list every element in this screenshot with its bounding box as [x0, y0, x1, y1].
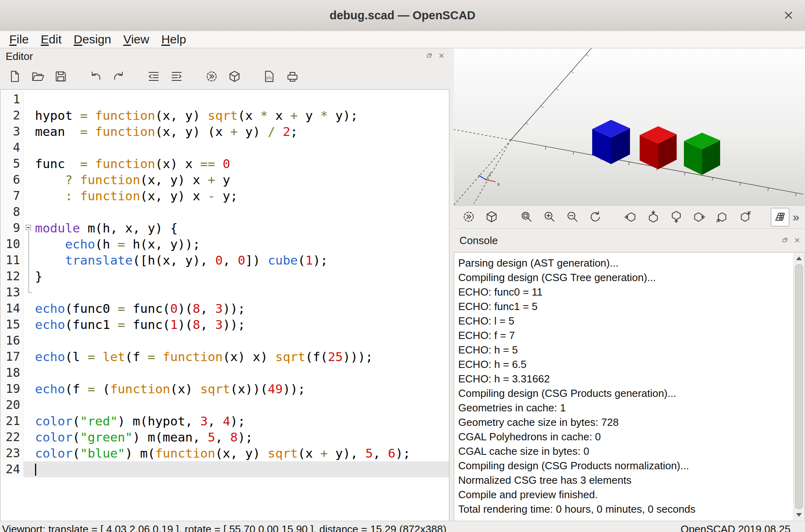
menu-edit[interactable]: Edit [35, 31, 68, 48]
code-line-8[interactable]: 8 [0, 204, 449, 220]
fold-margin [24, 397, 34, 413]
menu-view[interactable]: View [117, 31, 155, 48]
view-right-button[interactable] [621, 208, 640, 226]
editor-dock: Editor STL 12hypot = function(x, y) sqrt… [0, 48, 449, 521]
code-line-20[interactable]: 20 [0, 397, 449, 413]
reset-view-button[interactable] [586, 208, 605, 226]
new-file-button[interactable] [6, 68, 24, 86]
scroll-down-button[interactable] [794, 509, 804, 520]
3d-viewport[interactable]: x [454, 48, 805, 205]
view-left-icon [693, 210, 706, 224]
code-line-1[interactable]: 1 [0, 91, 449, 107]
code-line-22[interactable]: 22color("green") m(mean, 5, 8); [0, 429, 449, 445]
code-text: module m(h, x, y) { [34, 220, 178, 236]
editor-toolbar: STL [0, 64, 449, 89]
code-line-17[interactable]: 17echo(l = let(f = function(x) x) sqrt(f… [0, 349, 449, 365]
code-line-21[interactable]: 21color("red") m(hypot, 3, 4); [0, 413, 449, 429]
code-editor[interactable]: 12hypot = function(x, y) sqrt(x * x + y … [0, 89, 449, 521]
line-number: 14 [0, 300, 24, 316]
zoom-in-button[interactable] [540, 208, 559, 226]
code-line-5[interactable]: 5func = function(x) x == 0 [0, 156, 449, 172]
console-line: ECHO: func0 = 11 [458, 285, 789, 299]
view-all-button[interactable] [517, 208, 536, 226]
code-line-11[interactable]: 11 translate([h(x, y), 0, 0]) cube(1); [0, 252, 449, 268]
preview-3d-button[interactable] [459, 208, 478, 226]
unindent-button[interactable] [144, 68, 163, 86]
code-text: } [34, 268, 43, 284]
code-line-18[interactable]: 18 [0, 365, 449, 381]
code-line-4[interactable]: 4 [0, 140, 449, 156]
code-text: ? function(x, y) x + y [34, 172, 230, 188]
menu-design[interactable]: Design [68, 31, 117, 48]
open-file-button[interactable] [29, 68, 47, 86]
undo-button[interactable] [86, 68, 105, 86]
code-line-13[interactable]: 13 [0, 284, 449, 300]
code-line-6[interactable]: 6 ? function(x, y) x + y [0, 172, 449, 188]
console-undock-button[interactable] [780, 236, 790, 246]
view-top-icon [647, 210, 660, 224]
export-stl-button[interactable]: STL [260, 68, 279, 86]
console-lines: Parsing design (AST generation)...Compil… [454, 253, 805, 516]
indent-button[interactable] [167, 68, 186, 86]
view-bottom-button[interactable] [667, 208, 686, 226]
view-top-button[interactable] [644, 208, 663, 226]
console-scrollbar[interactable] [793, 253, 804, 520]
menu-file[interactable]: File [3, 31, 35, 48]
line-number: 4 [0, 140, 24, 156]
render-button[interactable] [225, 68, 244, 86]
view-left-button[interactable] [690, 208, 708, 226]
preview-icon [205, 70, 218, 84]
console-line: Total rendering time: 0 hours, 0 minutes… [458, 502, 789, 516]
code-text: color("green") m(mean, 5, 8); [34, 429, 253, 445]
code-line-3[interactable]: 3mean = function(x, y) (x + y) / 2; [0, 123, 449, 140]
console-line: ECHO: f = 7 [458, 328, 789, 343]
code-line-2[interactable]: 2hypot = function(x, y) sqrt(x * x + y *… [0, 107, 449, 123]
menu-help[interactable]: Help [155, 31, 192, 48]
editor-dock-title: Editor [6, 48, 33, 64]
code-text [34, 365, 35, 381]
code-line-7[interactable]: 7 : function(x, y) x - y; [0, 188, 449, 204]
scroll-up-button[interactable] [794, 253, 804, 264]
code-line-19[interactable]: 19echo(f = (function(x) sqrt(x))(49)); [0, 381, 449, 397]
console-dock-header[interactable]: Console [454, 229, 805, 252]
console-close-dock-button[interactable] [792, 236, 802, 246]
code-line-12[interactable]: 12} [0, 268, 449, 284]
render-3d-button[interactable] [482, 208, 501, 226]
line-number: 12 [0, 268, 24, 284]
toolbar-overflow-button[interactable]: » [790, 206, 802, 229]
console-line: ECHO: func1 = 5 [458, 299, 789, 314]
toolbar-separator [190, 77, 202, 77]
fold-margin [24, 300, 34, 316]
view-front-icon [716, 210, 729, 224]
code-line-10[interactable]: 10 echo(h = h(x, y)); [0, 236, 449, 252]
code-line-16[interactable]: 16 [0, 333, 449, 349]
line-number: 17 [0, 349, 24, 365]
fold-margin [24, 445, 34, 461]
zoom-out-button[interactable] [563, 208, 582, 226]
redo-button[interactable] [109, 68, 128, 86]
code-line-14[interactable]: 14echo(func0 = func(0)(8, 3)); [0, 300, 449, 316]
scrollbar-thumb[interactable] [795, 264, 803, 509]
line-number: 15 [0, 316, 24, 333]
view-front-button[interactable] [713, 208, 731, 226]
print-3d-button[interactable] [283, 68, 302, 86]
title-bar[interactable]: debug.scad — OpenSCAD [0, 0, 805, 31]
code-line-9[interactable]: 9module m(h, x, y) { [0, 220, 449, 236]
view-bottom-icon [670, 210, 683, 224]
view-back-button[interactable] [736, 208, 754, 226]
window-close-button[interactable] [781, 8, 796, 23]
line-number: 7 [0, 188, 24, 204]
editor-undock-button[interactable] [424, 51, 434, 61]
perspective-button[interactable] [771, 208, 789, 226]
line-number: 3 [0, 123, 24, 140]
preview-button[interactable] [202, 68, 221, 86]
editor-close-dock-button[interactable] [436, 51, 446, 61]
save-file-button[interactable] [51, 68, 70, 86]
fold-toggle-icon[interactable] [24, 220, 34, 236]
editor-dock-header[interactable]: Editor [0, 48, 449, 64]
fold-margin [24, 204, 34, 220]
line-number: 11 [0, 252, 24, 268]
code-line-23[interactable]: 23color("blue") m(function(x, y) sqrt(x … [0, 445, 449, 461]
code-line-24[interactable]: 24 [0, 461, 449, 477]
code-line-15[interactable]: 15echo(func1 = func(1)(8, 3)); [0, 316, 449, 333]
